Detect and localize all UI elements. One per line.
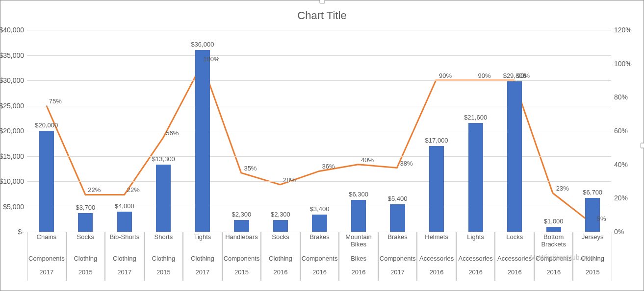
x-tick-label: Chains bbox=[27, 232, 66, 253]
x-tick-label: Clothing bbox=[183, 253, 222, 267]
y2-tick-label: 40% bbox=[614, 161, 628, 169]
bar-label: $21,600 bbox=[464, 114, 487, 121]
bar-label: $13,300 bbox=[152, 155, 175, 163]
bar bbox=[273, 220, 288, 232]
x-tick-label: Accessories bbox=[417, 253, 456, 267]
line-label: 90% bbox=[478, 72, 491, 79]
x-tick-label: 2015 bbox=[222, 267, 261, 281]
x-category: Mountain BikesBikes2016 bbox=[339, 232, 378, 281]
x-category: SocksClothing2016 bbox=[261, 232, 300, 281]
y2-tick-label: 80% bbox=[614, 93, 628, 101]
x-tick-label: Clothing bbox=[105, 253, 144, 267]
x-category: TightsClothing2017 bbox=[183, 232, 222, 281]
x-tick-label: Clothing bbox=[261, 253, 300, 267]
bar bbox=[351, 200, 366, 232]
x-category: LightsAccessories2016 bbox=[456, 232, 495, 281]
bar bbox=[468, 123, 483, 232]
x-tick-label: Components bbox=[222, 253, 261, 267]
x-tick-label: 2017 bbox=[105, 267, 144, 281]
x-category: ShortsClothing2015 bbox=[144, 232, 183, 281]
x-tick-label: Mountain Bikes bbox=[339, 232, 378, 253]
line-label: 22% bbox=[127, 186, 140, 194]
y2-tick-label: 0% bbox=[614, 228, 624, 236]
gridline bbox=[27, 181, 611, 182]
plot-area: $-$5,000$10,000$15,000$20,000$25,000$30,… bbox=[27, 30, 611, 232]
x-tick-label: 2015 bbox=[66, 267, 105, 281]
gridline bbox=[27, 30, 611, 30]
x-tick-label: Clothing bbox=[144, 253, 183, 267]
y2-tick-label: 120% bbox=[614, 26, 632, 34]
bar-label: $1,000 bbox=[544, 218, 564, 225]
y2-tick-label: 100% bbox=[614, 60, 632, 68]
x-tick-label: Accessories bbox=[495, 253, 534, 267]
x-tick-label: 2016 bbox=[417, 267, 456, 281]
bar-label: $2,300 bbox=[232, 211, 252, 218]
x-tick-label: Lights bbox=[456, 232, 495, 253]
bar-label: $3,700 bbox=[76, 204, 95, 211]
y1-tick-label: $- bbox=[18, 228, 24, 236]
x-category: HandlebarsComponents2015 bbox=[222, 232, 261, 281]
y1-tick-label: $25,000 bbox=[0, 102, 24, 110]
bar bbox=[78, 213, 93, 232]
line-label: 90% bbox=[439, 72, 452, 79]
y1-tick-label: $40,000 bbox=[0, 26, 24, 34]
line-label: 40% bbox=[361, 156, 374, 164]
bar-label: $36,000 bbox=[191, 41, 214, 48]
bar-label: $6,300 bbox=[349, 191, 368, 198]
x-category: LocksAccessories2016 bbox=[495, 232, 534, 281]
line-label: 36% bbox=[322, 163, 335, 170]
x-tick-label: 2017 bbox=[27, 267, 66, 281]
x-tick-label: 2017 bbox=[378, 267, 417, 281]
y1-tick-label: $5,000 bbox=[3, 203, 24, 211]
x-category: Bib-ShortsClothing2017 bbox=[105, 232, 144, 281]
y1-tick-label: $15,000 bbox=[0, 152, 24, 160]
x-category: BrakesComponents2016 bbox=[300, 232, 339, 281]
y2-tick-label: 20% bbox=[614, 194, 628, 202]
bar bbox=[156, 165, 171, 232]
line-label: 22% bbox=[88, 186, 101, 194]
bar bbox=[507, 81, 522, 232]
resize-handle-top[interactable] bbox=[319, 0, 325, 3]
gridline bbox=[27, 106, 611, 106]
y1-tick-label: $30,000 bbox=[0, 76, 24, 84]
x-category: ChainsComponents2017 bbox=[27, 232, 66, 281]
line-label: 90% bbox=[517, 72, 530, 79]
gridline bbox=[27, 156, 611, 157]
y1-tick-label: $35,000 bbox=[0, 51, 24, 59]
x-tick-label: Tights bbox=[183, 232, 222, 253]
x-tick-label: Components bbox=[27, 253, 66, 267]
bar-label: $5,400 bbox=[388, 195, 408, 202]
x-category: BrakesComponents2017 bbox=[378, 232, 417, 281]
x-tick-label: Jerseys bbox=[573, 232, 612, 253]
x-tick-label: 2016 bbox=[495, 267, 534, 281]
x-tick-label: Helmets bbox=[417, 232, 456, 253]
x-tick-label: Bib-Shorts bbox=[105, 232, 144, 253]
line-label: 100% bbox=[203, 55, 219, 63]
x-tick-label: Socks bbox=[261, 232, 300, 253]
y1-tick-label: $10,000 bbox=[0, 177, 24, 185]
y1-tick-label: $20,000 bbox=[0, 127, 24, 135]
x-tick-label: Handlebars bbox=[222, 232, 261, 253]
bar-label: $17,000 bbox=[425, 137, 448, 144]
line-label: 75% bbox=[49, 97, 62, 105]
x-tick-label: Components bbox=[378, 253, 417, 267]
bar-label: $2,300 bbox=[271, 211, 290, 218]
watermark: MyWindowsHub.com bbox=[530, 253, 594, 261]
gridline bbox=[27, 80, 611, 81]
x-tick-label: Accessories bbox=[456, 253, 495, 267]
bar bbox=[429, 146, 444, 232]
x-tick-label: Bottom Brackets bbox=[534, 232, 573, 253]
bar bbox=[39, 131, 54, 232]
resize-handle-right[interactable] bbox=[641, 143, 644, 148]
line-label: 28% bbox=[283, 176, 296, 184]
x-category: SocksClothing2015 bbox=[66, 232, 105, 281]
x-tick-label: Bikes bbox=[339, 253, 378, 267]
x-tick-label: Brakes bbox=[378, 232, 417, 253]
gridline bbox=[27, 55, 611, 56]
bar-label: $6,700 bbox=[583, 189, 602, 196]
line-label: 5% bbox=[597, 215, 606, 222]
x-tick-label: Clothing bbox=[66, 253, 105, 267]
x-tick-label: Shorts bbox=[144, 232, 183, 253]
x-tick-label: Socks bbox=[66, 232, 105, 253]
x-tick-label: 2016 bbox=[456, 267, 495, 281]
